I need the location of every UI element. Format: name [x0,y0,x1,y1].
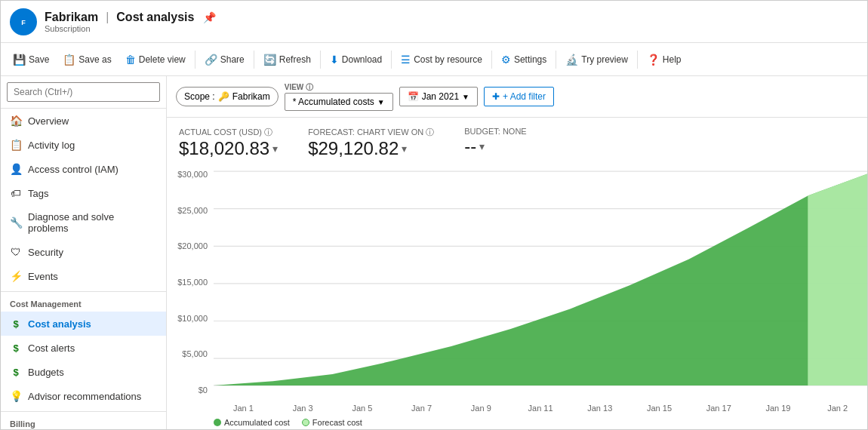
chart-plot [214,165,867,392]
activity-log-icon: 📋 [10,139,22,151]
calendar-icon: 📅 [408,91,419,102]
app-name: Fabrikam [45,11,98,24]
settings-label: Settings [514,54,546,65]
x-label-jan2next: Jan 2 [808,404,867,413]
svg-marker-10 [808,165,867,385]
actual-cost-value: $18,020.83 ▾ [179,138,278,159]
budget-number: -- [464,136,476,157]
share-button[interactable]: 🔗 Share [199,50,251,69]
cost-analysis-icon: $ [10,318,22,330]
cost-summary: ACTUAL COST (USD) ⓘ $18,020.83 ▾ FORECAS… [167,118,867,165]
download-icon: ⬇ [330,54,339,66]
save-button[interactable]: 💾 Save [7,50,55,69]
forecast-cost-value: $29,120.82 ▾ [308,138,434,159]
sidebar-search-container [1,76,166,109]
forecast-cost-dropdown[interactable]: ▾ [402,143,407,155]
budgets-label: Budgets [28,367,64,378]
settings-icon: ⚙ [501,54,511,66]
actual-cost-number: $18,020.83 [179,138,269,159]
date-dropdown-icon: ▼ [462,93,469,101]
x-label-jan3: Jan 3 [273,404,333,413]
help-button[interactable]: ❓ Help [641,50,688,69]
security-icon: 🛡 [10,246,22,258]
header-title: Fabrikam | Cost analysis 📌 Subscription [45,11,216,33]
events-icon: ⚡ [10,270,22,282]
view-button[interactable]: * Accumulated costs ▼ [285,93,393,111]
x-label-jan5: Jan 5 [332,404,392,413]
help-label: Help [663,54,682,65]
search-input[interactable] [7,82,160,102]
forecast-legend-dot [302,419,309,426]
refresh-button[interactable]: 🔄 Refresh [257,50,317,69]
budgets-icon: $ [10,366,22,378]
forecast-legend-label: Forecast cost [312,418,362,427]
cost-by-resource-label: Cost by resource [414,54,482,65]
forecast-cost-item: FORECAST: CHART VIEW ON ⓘ $29,120.82 ▾ [308,127,434,159]
chart-area: $30,000 $25,000 $20,000 $15,000 $10,000 … [167,165,867,429]
app-container: F Fabrikam | Cost analysis 📌 Subscriptio… [0,0,868,430]
add-filter-label: + Add filter [503,91,546,102]
save-as-button[interactable]: 📋 Save as [57,50,117,69]
pin-icon[interactable]: 📌 [203,11,216,23]
view-group: VIEW ⓘ * Accumulated costs ▼ [285,82,393,111]
sidebar-item-events[interactable]: ⚡ Events [1,264,166,288]
cost-by-resource-button[interactable]: ☰ Cost by resource [395,50,488,69]
sidebar-item-tags[interactable]: 🏷 Tags [1,181,166,205]
title-separator: | [106,11,109,24]
events-label: Events [28,271,58,282]
view-dropdown-icon: ▼ [377,98,385,106]
actual-cost-label: ACTUAL COST (USD) ⓘ [179,127,278,138]
y-label-20k: $20,000 [167,241,214,250]
add-filter-button[interactable]: ✚ + Add filter [484,87,554,106]
budget-dropdown[interactable]: ▾ [479,140,485,152]
share-label: Share [220,54,245,65]
sidebar-item-access-control[interactable]: 👤 Access control (IAM) [1,157,166,181]
page-title: Cost analysis [116,11,194,24]
forecast-cost-label: FORECAST: CHART VIEW ON ⓘ [308,127,434,138]
sidebar-item-cost-alerts[interactable]: $ Cost alerts [1,336,166,360]
save-as-label: Save as [78,54,111,65]
sidebar-item-cost-analysis[interactable]: $ Cost analysis [1,312,166,336]
view-label: VIEW ⓘ [285,82,393,93]
date-button[interactable]: 📅 Jan 2021 ▼ [399,87,478,106]
legend-forecast: Forecast cost [302,418,362,427]
sidebar-item-advisor[interactable]: 💡 Advisor recommendations [1,384,166,408]
main-layout: 🏠 Overview 📋 Activity log 👤 Access contr… [1,76,867,429]
activity-log-label: Activity log [28,140,75,151]
x-label-jan1: Jan 1 [214,404,273,413]
sidebar-item-security[interactable]: 🛡 Security [1,240,166,264]
save-icon: 💾 [13,54,26,66]
sidebar-item-budgets[interactable]: $ Budgets [1,360,166,384]
budget-item: BUDGET: NONE -- ▾ [464,127,527,159]
refresh-icon: 🔄 [263,54,276,66]
share-icon: 🔗 [205,54,217,66]
add-filter-icon: ✚ [492,91,500,102]
sidebar-nav: 🏠 Overview 📋 Activity log 👤 Access contr… [1,109,166,429]
download-button[interactable]: ⬇ Download [324,50,388,69]
cost-alerts-icon: $ [10,342,22,354]
cost-analysis-label: Cost analysis [28,318,91,330]
budget-label: BUDGET: NONE [464,127,527,136]
sidebar-item-overview[interactable]: 🏠 Overview [1,109,166,133]
try-preview-button[interactable]: 🔬 Try preview [559,50,634,69]
y-label-5k: $5,000 [167,349,214,358]
forecast-cost-number: $29,120.82 [308,138,399,159]
y-axis: $30,000 $25,000 $20,000 $15,000 $10,000 … [167,165,214,399]
try-preview-icon: 🔬 [565,54,578,66]
overview-label: Overview [28,115,69,127]
accumulated-legend-label: Accumulated cost [224,418,290,427]
help-icon: ❓ [647,54,660,66]
settings-button[interactable]: ⚙ Settings [495,50,553,69]
advisor-icon: 💡 [10,390,22,402]
sidebar-item-activity-log[interactable]: 📋 Activity log [1,133,166,157]
legend-accumulated: Accumulated cost [214,418,290,427]
delete-view-button[interactable]: 🗑 Delete view [119,50,192,69]
sidebar-item-diagnose[interactable]: 🔧 Diagnose and solve problems [1,205,166,240]
budget-value: -- ▾ [464,136,527,157]
scope-key-icon: 🔑 [218,91,229,102]
scope-button[interactable]: Scope : 🔑 Fabrikam [176,87,279,106]
diagnose-label: Diagnose and solve problems [28,211,157,234]
view-value: * Accumulated costs [293,97,374,107]
save-label: Save [29,54,49,65]
actual-cost-dropdown[interactable]: ▾ [272,143,278,155]
